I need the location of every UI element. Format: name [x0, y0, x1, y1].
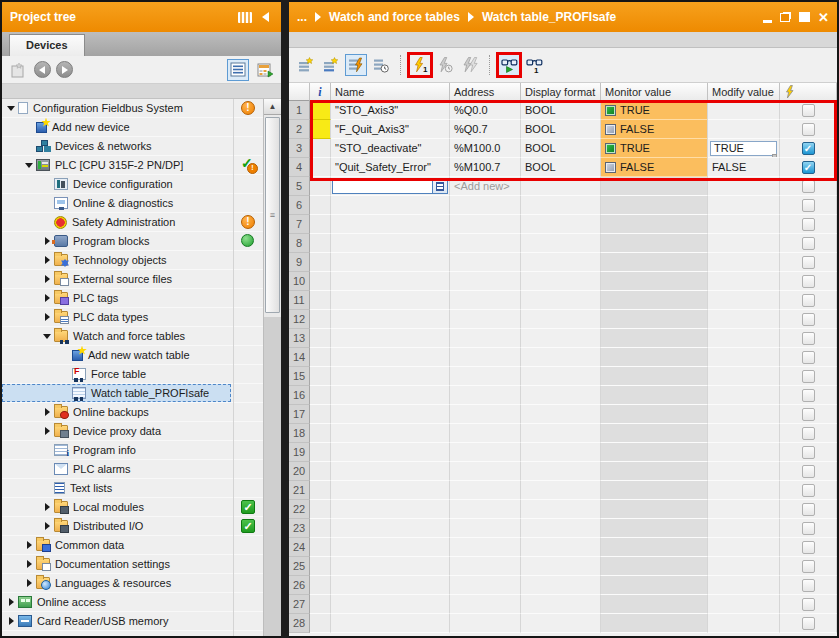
modify-enable-checkbox[interactable] [802, 579, 815, 592]
address-cell[interactable] [450, 614, 521, 633]
display-format-cell[interactable] [521, 424, 601, 443]
scroll-up-icon[interactable]: ▲ [264, 99, 281, 115]
modify-value-cell[interactable] [708, 500, 780, 519]
name-cell[interactable] [331, 253, 450, 272]
row-number[interactable]: 11 [289, 291, 310, 310]
breadcrumb-root[interactable]: ... [297, 10, 307, 24]
address-cell[interactable] [450, 462, 521, 481]
row-number[interactable]: 12 [289, 310, 310, 329]
display-format-cell[interactable] [521, 519, 601, 538]
tree-item[interactable]: Watch table_PROFIsafe [2, 384, 281, 403]
row-number[interactable]: 1 [289, 101, 310, 120]
caret-down-icon[interactable] [42, 334, 52, 339]
address-cell[interactable] [450, 196, 521, 215]
modify-value-cell[interactable] [708, 576, 780, 595]
tag-dropdown-button[interactable] [432, 179, 447, 193]
name-cell[interactable]: "F_Quit_Axis3" [331, 120, 450, 139]
modify-value-cell[interactable] [708, 215, 780, 234]
caret-right-icon[interactable] [42, 294, 52, 302]
tree-item[interactable]: Local modules [2, 498, 281, 517]
display-format-cell[interactable] [521, 443, 601, 462]
name-cell[interactable] [331, 424, 450, 443]
enable-peripheral-outputs-button[interactable] [498, 54, 520, 76]
tree-item[interactable]: PLC alarms [2, 460, 281, 479]
monitor-all-button[interactable] [345, 54, 367, 76]
modify-value-cell[interactable] [708, 595, 780, 614]
tree-item[interactable]: Text lists [2, 479, 281, 498]
new-tag-name-input[interactable] [332, 178, 448, 194]
modify-enable-checkbox[interactable] [802, 598, 815, 611]
name-cell[interactable] [331, 500, 450, 519]
modify-to-1-button[interactable]: 1 [409, 54, 431, 76]
name-cell[interactable] [331, 595, 450, 614]
row-number[interactable]: 26 [289, 576, 310, 595]
modify-value-cell[interactable] [708, 443, 780, 462]
modify-enable-checkbox[interactable] [802, 446, 815, 459]
caret-right-icon[interactable] [6, 598, 16, 606]
modify-value-cell[interactable] [708, 557, 780, 576]
display-format-cell[interactable] [521, 196, 601, 215]
address-cell[interactable] [450, 253, 521, 272]
modify-enable-checkbox[interactable] [802, 332, 815, 345]
watch-once-button[interactable]: 1 [523, 54, 545, 76]
modify-value-cell[interactable] [708, 405, 780, 424]
name-cell[interactable] [331, 272, 450, 291]
display-format-cell[interactable] [521, 481, 601, 500]
tree-item[interactable]: Configuration Fieldbus System [2, 99, 281, 118]
tree-item[interactable]: Add new watch table [2, 346, 281, 365]
create-new-item-button[interactable] [7, 59, 29, 81]
name-cell[interactable] [331, 481, 450, 500]
modify-enable-checkbox[interactable] [802, 218, 815, 231]
row-number[interactable]: 28 [289, 614, 310, 633]
row-number[interactable]: 15 [289, 367, 310, 386]
tree-item[interactable]: External source files [2, 270, 281, 289]
modify-value-cell[interactable] [708, 462, 780, 481]
tree-item[interactable]: Online backups [2, 403, 281, 422]
row-number[interactable]: 20 [289, 462, 310, 481]
add-row-button[interactable] [320, 54, 342, 76]
address-cell[interactable] [450, 367, 521, 386]
name-cell[interactable] [331, 234, 450, 253]
address-cell[interactable] [450, 329, 521, 348]
breadcrumb-watch-table-profisafe[interactable]: Watch table_PROFIsafe [482, 10, 616, 24]
row-number[interactable]: 22 [289, 500, 310, 519]
modify-enable-checkbox[interactable] [802, 541, 815, 554]
breadcrumb-watch-and-force-tables[interactable]: Watch and force tables [329, 10, 460, 24]
modify-enable-checkbox[interactable] [802, 351, 815, 364]
address-cell[interactable] [450, 405, 521, 424]
address-cell[interactable]: %M100.7 [450, 158, 521, 177]
modify-value-cell[interactable]: TRUE [708, 139, 780, 158]
display-format-cell[interactable]: BOOL [521, 139, 601, 158]
row-number[interactable]: 6 [289, 196, 310, 215]
row-number[interactable]: 21 [289, 481, 310, 500]
modify-enable-checkbox[interactable] [802, 180, 815, 193]
header-row-number[interactable] [289, 83, 310, 101]
name-cell[interactable] [331, 196, 450, 215]
display-format-cell[interactable] [521, 177, 601, 196]
row-number[interactable]: 8 [289, 234, 310, 253]
modify-enable-checkbox[interactable] [802, 560, 815, 573]
modify-value-cell[interactable] [708, 538, 780, 557]
tree-item[interactable]: Add new device [2, 118, 281, 137]
tab-devices[interactable]: Devices [9, 34, 85, 56]
row-number[interactable]: 4 [289, 158, 310, 177]
name-cell[interactable] [331, 310, 450, 329]
modify-value-cell[interactable] [708, 234, 780, 253]
display-format-cell[interactable] [521, 348, 601, 367]
address-cell[interactable]: %Q0.0 [450, 101, 521, 120]
address-cell[interactable] [450, 500, 521, 519]
display-format-cell[interactable] [521, 576, 601, 595]
modify-value-cell[interactable] [708, 481, 780, 500]
address-cell[interactable] [450, 424, 521, 443]
caret-right-icon[interactable] [24, 541, 34, 549]
name-cell[interactable] [331, 367, 450, 386]
modify-enable-checkbox[interactable] [802, 256, 815, 269]
address-cell[interactable]: %M100.0 [450, 139, 521, 158]
tree-item[interactable]: PLC data types [2, 308, 281, 327]
modify-value-cell[interactable] [708, 177, 780, 196]
caret-right-icon[interactable] [42, 237, 52, 245]
modify-enable-checkbox[interactable] [802, 617, 815, 630]
modify-value-cell[interactable] [708, 329, 780, 348]
modify-value-cell[interactable] [708, 367, 780, 386]
address-cell[interactable] [450, 595, 521, 614]
